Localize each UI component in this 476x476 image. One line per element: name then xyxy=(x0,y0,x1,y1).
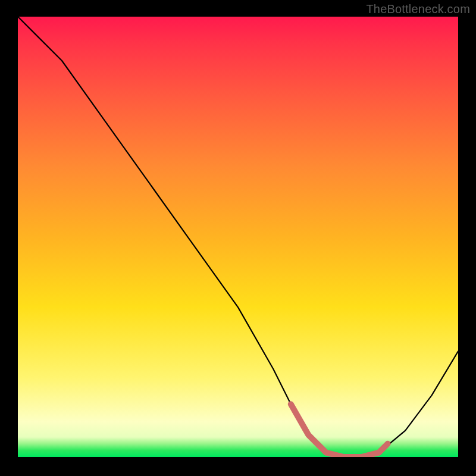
optimal-range-highlight xyxy=(291,404,388,457)
chart-container: TheBottleneck.com xyxy=(0,0,476,476)
watermark-label: TheBottleneck.com xyxy=(366,2,470,16)
curve-layer xyxy=(18,17,458,457)
bottleneck-curve-path xyxy=(18,17,458,457)
plot-area xyxy=(18,17,458,457)
